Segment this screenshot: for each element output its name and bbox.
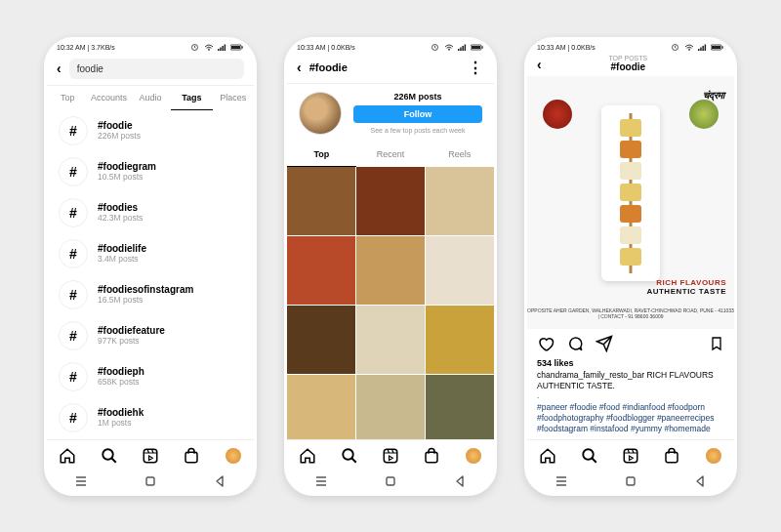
grid-cell[interactable] — [287, 375, 355, 439]
svg-rect-15 — [458, 49, 460, 51]
svg-rect-7 — [231, 46, 240, 49]
home-icon[interactable] — [299, 447, 316, 465]
post-hashtags[interactable]: #paneer #foodie #food #indianfood #foodp… — [527, 400, 734, 438]
back-button[interactable]: ‹ — [297, 60, 302, 75]
svg-rect-36 — [624, 449, 637, 463]
grid-cell[interactable] — [287, 236, 355, 305]
post-image[interactable]: चंद्रमा RICH FLAVOURS AUTHENTIC TASTE OP… — [527, 76, 734, 330]
hash-icon: # — [59, 116, 88, 145]
search-icon[interactable] — [101, 447, 118, 465]
list-item[interactable]: ##foodiehk1M posts — [47, 397, 254, 438]
svg-point-35 — [583, 449, 594, 460]
sys-home-icon[interactable] — [624, 475, 637, 487]
tab-tags[interactable]: Tags — [171, 86, 212, 110]
grid-cell[interactable] — [426, 236, 494, 305]
list-item[interactable]: ##foodie226M posts — [47, 110, 254, 151]
grid-cell[interactable] — [356, 167, 425, 235]
reels-icon[interactable] — [142, 447, 159, 465]
svg-rect-2 — [218, 49, 220, 51]
svg-rect-11 — [185, 452, 197, 463]
tab-top[interactable]: Top — [287, 143, 356, 167]
hash-icon: # — [59, 157, 88, 186]
bottom-nav — [527, 439, 734, 471]
sys-menu-icon[interactable] — [74, 475, 88, 487]
tag-count: 977K posts — [98, 336, 165, 346]
shop-icon[interactable] — [183, 447, 200, 465]
tab-audio[interactable]: Audio — [130, 86, 171, 110]
svg-rect-5 — [225, 44, 226, 51]
list-item[interactable]: ##foodieph658K posts — [47, 356, 254, 397]
list-item[interactable]: ##foodiegram10.5M posts — [47, 151, 254, 192]
grid-cell[interactable] — [426, 167, 494, 235]
status-bar: 10:33 AM | 0.0KB/s — [527, 40, 734, 53]
page-title: #foodie — [542, 61, 715, 72]
post-grid[interactable] — [287, 167, 494, 439]
list-item[interactable]: ##foodies42.3M posts — [47, 192, 254, 233]
sys-menu-icon[interactable] — [314, 475, 328, 487]
hash-icon: # — [59, 362, 88, 391]
likes-count[interactable]: 534 likes — [527, 358, 734, 368]
tab-reels[interactable]: Reels — [425, 143, 494, 167]
bowl-green — [689, 100, 719, 129]
sys-menu-icon[interactable] — [555, 475, 568, 487]
bottom-nav — [47, 439, 254, 471]
list-item[interactable]: ##foodiesofinstagram16.5M posts — [47, 274, 254, 315]
profile-icon[interactable] — [465, 447, 482, 465]
home-icon[interactable] — [59, 447, 76, 465]
tab-places[interactable]: Places — [213, 86, 254, 110]
svg-rect-29 — [700, 47, 702, 51]
grid-cell[interactable] — [356, 375, 425, 439]
bookmark-icon[interactable] — [709, 335, 724, 352]
grid-cell[interactable] — [426, 306, 494, 374]
grid-cell[interactable] — [287, 167, 355, 235]
svg-rect-17 — [462, 46, 464, 51]
hash-icon: # — [59, 321, 88, 350]
grid-cell[interactable] — [356, 306, 425, 374]
hash-icon: # — [59, 239, 88, 268]
hashtag-avatar — [299, 92, 342, 135]
post-caption: chandrama_family_resto_bar RICH FLAVOURS… — [527, 368, 734, 391]
reels-icon[interactable] — [622, 447, 639, 465]
tag-name: #foodies — [98, 202, 143, 213]
wifi-icon — [204, 44, 214, 51]
status-bar: 10:32 AM | 3.7KB/s — [47, 40, 254, 53]
profile-icon[interactable] — [705, 447, 722, 465]
list-item[interactable]: ##foodielife3.4M posts — [47, 233, 254, 274]
comment-icon[interactable] — [566, 335, 584, 352]
tag-name: #foodiegram — [98, 161, 156, 172]
back-button[interactable]: ‹ — [57, 61, 62, 76]
sys-back-icon[interactable] — [213, 475, 226, 487]
shop-icon[interactable] — [423, 447, 440, 465]
sys-home-icon[interactable] — [144, 475, 157, 487]
search-icon[interactable] — [341, 447, 358, 465]
tag-list[interactable]: ##foodie226M posts##foodiegram10.5M post… — [47, 110, 254, 439]
battery-icon — [230, 44, 244, 51]
tag-name: #foodielife — [98, 243, 146, 254]
search-input[interactable] — [69, 59, 244, 79]
shop-icon[interactable] — [663, 447, 680, 465]
profile-icon[interactable] — [225, 447, 242, 465]
grid-cell[interactable] — [287, 306, 355, 374]
sys-home-icon[interactable] — [384, 475, 397, 487]
home-icon[interactable] — [539, 447, 556, 465]
sys-back-icon[interactable] — [453, 475, 467, 487]
tab-recent[interactable]: Recent — [356, 143, 426, 167]
list-item[interactable]: ##foodiefeature977K posts — [47, 315, 254, 356]
tab-top[interactable]: Top — [47, 86, 88, 110]
sys-back-icon[interactable] — [693, 475, 707, 487]
tag-name: #foodiesofinstagram — [98, 284, 193, 295]
system-nav — [287, 471, 494, 493]
follow-button[interactable]: Follow — [353, 105, 482, 123]
more-icon[interactable]: ⋮ — [468, 59, 484, 77]
share-icon[interactable] — [596, 335, 613, 352]
hashtag-hero: 226M posts Follow See a few top posts ea… — [287, 84, 494, 143]
grid-cell[interactable] — [356, 236, 425, 305]
reels-icon[interactable] — [382, 447, 399, 465]
search-icon[interactable] — [581, 447, 598, 465]
svg-rect-10 — [144, 449, 157, 463]
tab-accounts[interactable]: Accounts — [88, 86, 129, 110]
like-icon[interactable] — [537, 335, 555, 352]
grid-cell[interactable] — [426, 375, 494, 439]
status-time: 10:32 AM | 3.7KB/s — [57, 44, 115, 51]
status-bar: 10:33 AM | 0.0KB/s — [287, 40, 494, 53]
